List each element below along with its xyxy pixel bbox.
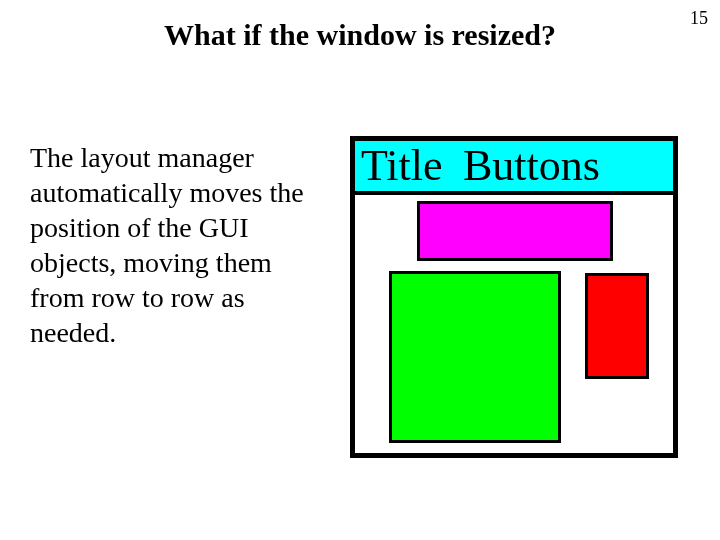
gui-inner: Title Buttons (355, 141, 673, 453)
title-bar: Title Buttons (355, 141, 673, 195)
green-square (389, 271, 561, 443)
slide-heading: What if the window is resized? (0, 18, 720, 52)
red-rectangle (585, 273, 649, 379)
title-bar-title-label: Title (361, 141, 443, 191)
title-bar-buttons-label: Buttons (463, 141, 600, 191)
gui-window: Title Buttons (350, 136, 678, 458)
body-text: The layout manager automatically moves t… (30, 140, 330, 350)
magenta-rectangle (417, 201, 613, 261)
slide: 15 What if the window is resized? The la… (0, 0, 720, 540)
